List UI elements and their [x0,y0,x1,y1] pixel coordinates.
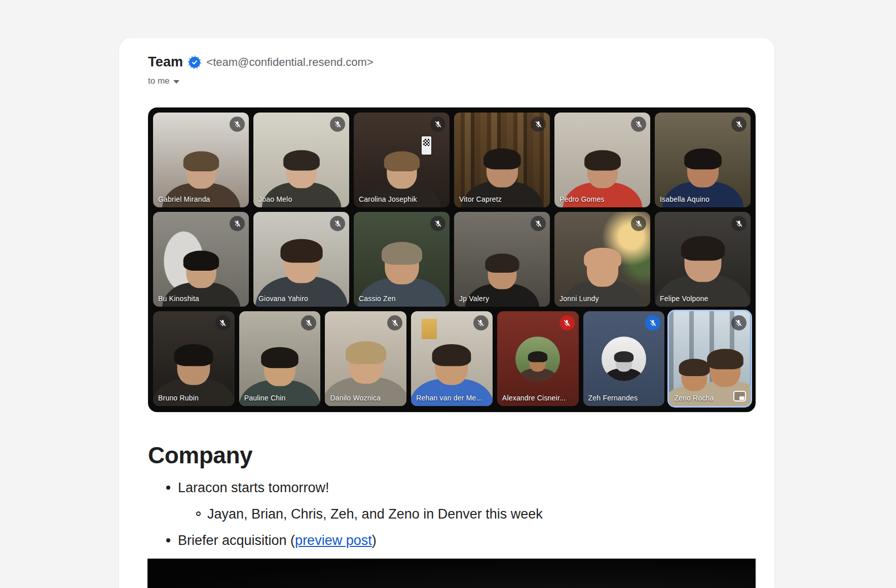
section-title: Company [148,442,252,469]
bullet-item: Briefer acquisition (preview post) [148,533,731,548]
participant-tile: Gabriel Miranda [153,113,249,207]
mic-muted-icon [631,216,646,231]
participant-name: Giovana Yahiro [258,295,308,303]
mic-muted-icon [731,117,746,132]
participant-name: Rehan van der Me... [416,394,482,402]
participant-name: Carolina Josephik [359,195,417,203]
sender-name: Team [148,54,183,70]
screen-share-icon [733,391,746,401]
participant-name: Isabella Aquino [660,195,710,203]
avatar-silhouette [603,353,645,381]
participant-name: Zeno Rocha [674,394,714,402]
verified-badge-icon [189,57,200,68]
participant-tile: Zeh Fernandes [583,311,665,406]
bullet-marker-icon [166,538,170,542]
embedded-image[interactable] [147,559,756,588]
participant-name: Danilo Woznica [330,394,381,402]
participant-name: Pedro Gomes [559,195,605,203]
chevron-down-icon [173,80,179,84]
mic-muted-icon [731,315,746,330]
participant-tile: Pedro Gomes [554,113,650,207]
email-header: Team <team@confidential.resend.com> to m… [148,54,374,86]
mic-muted-icon [631,117,646,132]
participant-tile: Giovana Yahiro [253,212,349,307]
participant-tile: Isabella Aquino [655,113,751,207]
participant-name: Jp Valery [459,295,489,303]
bullet-marker-icon [166,486,170,490]
participant-name: Cassio Zen [359,295,396,303]
participant-name: Pauline Chin [244,394,286,402]
sender-email: <team@confidential.resend.com> [206,56,373,69]
bullet-item: Jayan, Brian, Chris, Zeh, and Zeno in De… [148,506,731,522]
mic-muted-icon [387,315,402,330]
mic-muted-icon [330,216,345,231]
mic-muted-icon [531,216,546,231]
participant-tile: Jp Valery [454,212,550,307]
avatar-silhouette [516,353,559,381]
participant-tile: Danilo Woznica [325,311,406,406]
participant-tile: Felipe Volpone [655,212,751,307]
preview-post-link[interactable]: preview post [295,533,372,548]
participant-tile: Carolina Josephik [354,113,450,207]
participant-name: Felipe Volpone [660,295,708,303]
participant-name: Jonni Lundy [559,295,599,303]
participant-name: Vitor Capretz [459,195,502,203]
mic-muted-icon [559,315,575,330]
participant-name: Bruno Rubin [158,394,199,402]
bullet-list: Laracon starts tomorrow!Jayan, Brian, Ch… [148,480,731,559]
bullet-marker-icon [196,511,201,516]
participant-name: Alexandre Cisneir... [502,394,566,402]
participant-tile: Pauline Chin [239,311,321,406]
participant-name: Gabriel Miranda [158,195,210,203]
email-card: Team <team@confidential.resend.com> to m… [119,38,774,588]
bullet-item: Laracon starts tomorrow! [148,480,731,495]
participant-name: Bu Kinoshita [158,295,199,303]
participant-tile: Alexandre Cisneir... [497,311,579,406]
mic-muted-icon [731,216,746,231]
video-call-image[interactable]: Gabriel Miranda Joao Melo [148,107,756,412]
mic-muted-icon [330,117,345,132]
qr-code [422,136,431,155]
participant-name: Zeh Fernandes [588,394,638,402]
mic-muted-icon [531,117,546,132]
mic-muted-icon [230,216,245,231]
participant-tile: Rehan van der Me... [411,311,493,406]
mic-muted-icon [215,315,231,330]
mic-muted-icon [230,117,245,132]
participant-tile: Vitor Capretz [454,113,550,207]
mic-muted-icon [430,216,445,231]
participant-tile: Joao Melo [253,113,349,207]
recipient-label: to me [148,76,170,86]
participant-name: Joao Melo [258,195,292,203]
participant-tile: Cassio Zen [354,212,450,307]
recipient-dropdown[interactable]: to me [148,76,374,86]
mic-muted-icon [430,117,445,132]
participant-tile: Bruno Rubin [153,311,235,406]
participant-tile: Bu Kinoshita [153,212,249,307]
mic-muted-icon [473,315,489,330]
participant-tile: Zeno Rocha [669,311,751,406]
participant-tile: Jonni Lundy [554,212,650,307]
